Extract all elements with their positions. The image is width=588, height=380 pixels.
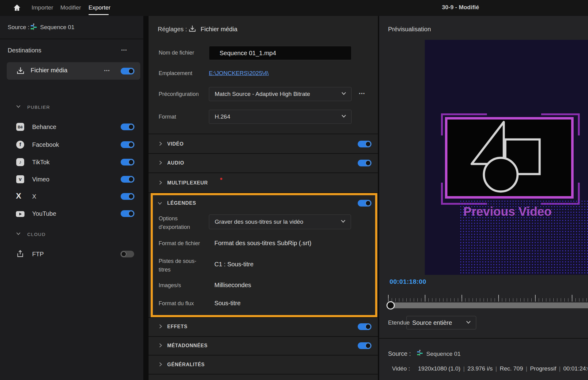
effects-toggle[interactable] — [358, 323, 371, 330]
sidebar-item-youtube[interactable]: YouTube — [32, 210, 56, 217]
preset-dropdown[interactable]: Match Source - Adaptive High Bitrate — [209, 87, 352, 101]
project-title: 30-9 - Modifié — [442, 4, 479, 11]
sidebar-item-vimeo[interactable]: Vimeo — [32, 176, 49, 183]
divider — [379, 338, 588, 339]
destination-label: Fichier média — [31, 67, 67, 74]
divider — [149, 374, 378, 374]
sidebar-item-x[interactable]: X — [32, 193, 36, 200]
divider — [149, 192, 378, 193]
video-toggle[interactable] — [358, 141, 371, 147]
sequence-icon — [417, 350, 423, 358]
divider — [149, 317, 378, 318]
publish-section-heading: PUBLIER — [27, 104, 50, 110]
tab-exporter[interactable]: Exporter — [89, 4, 111, 11]
section-effects[interactable]: EFFETS — [167, 324, 187, 329]
sidebar-item-ftp[interactable]: FTP — [32, 251, 44, 258]
cloud-section-heading: CLOUD — [27, 232, 46, 237]
chevron-right-icon — [158, 343, 163, 349]
video-info-resolution: 1920x1080 (1.0) — [418, 365, 460, 372]
preset-value: Match Source - Adaptive High Bitrate — [215, 91, 310, 97]
tiktok-toggle[interactable] — [121, 159, 134, 165]
chevron-right-icon — [158, 180, 163, 186]
chevron-right-icon — [158, 141, 163, 147]
publish-chevron-down-icon[interactable] — [16, 104, 21, 110]
section-audio[interactable]: AUDIO — [167, 160, 184, 166]
behance-icon: Bē — [16, 123, 24, 131]
location-label: Emplacement — [159, 70, 192, 77]
preview-source-label: Source : — [388, 350, 411, 357]
section-metadata[interactable]: MÉTADONNÉES — [167, 343, 208, 348]
location-link[interactable]: E:\JONCKERS\2025\4\ — [209, 70, 269, 77]
section-multiplexer[interactable]: MULTIPLEXEUR — [167, 180, 208, 186]
media-file-icon — [188, 25, 197, 34]
caption-file-format-value: Format des sous-titres SubRip (.srt) — [214, 240, 311, 247]
destination-more-button[interactable]: ••• — [104, 68, 110, 73]
video-info-framerate: 23.976 i/s — [467, 365, 492, 372]
section-captions[interactable]: LÉGENDES — [167, 200, 196, 206]
section-general[interactable]: GÉNÉRALITÉS — [167, 362, 205, 367]
format-label: Format — [159, 114, 176, 120]
settings-heading: Réglages : — [158, 26, 187, 33]
audio-toggle[interactable] — [358, 160, 371, 166]
range-value: Source entière — [412, 319, 452, 326]
caption-stream-format-value: Sous-titre — [214, 300, 241, 307]
tab-modifier[interactable]: Modifier — [60, 4, 81, 11]
divider — [149, 173, 378, 173]
export-screen: Importer Modifier Exporter 30-9 - Modifi… — [0, 0, 588, 380]
caption-export-options-dropdown[interactable]: Graver des sous-titres sur la vidéo — [209, 215, 351, 229]
vimeo-toggle[interactable] — [121, 176, 134, 183]
video-info-line: 1920x1080 (1.0)|23.976 i/s|Rec. 709|Prog… — [418, 365, 588, 372]
tab-importer[interactable]: Importer — [32, 4, 53, 11]
section-video[interactable]: VIDÉO — [167, 141, 184, 147]
destination-row-fichier-media[interactable]: Fichier média ••• — [7, 62, 140, 80]
chevron-down-icon — [466, 319, 471, 326]
cloud-chevron-down-icon[interactable] — [16, 231, 21, 237]
chevron-right-icon — [158, 362, 163, 368]
sidebar-item-behance[interactable]: Behance — [32, 124, 56, 131]
preset-more-button[interactable]: ••• — [359, 91, 365, 96]
chevron-down-icon — [157, 201, 162, 207]
top-bar: Importer Modifier Exporter 30-9 - Modifi… — [0, 0, 588, 16]
facebook-toggle[interactable] — [121, 141, 134, 148]
preview-source-value: Sequence 01 — [426, 351, 461, 357]
timeline-ruler-minor — [388, 298, 588, 302]
chevron-down-icon — [341, 218, 346, 225]
vimeo-icon: v — [16, 175, 24, 183]
sidebar-item-tiktok[interactable]: TikTok — [32, 159, 50, 166]
filename-label: Nom de fichier — [159, 50, 194, 56]
filename-input[interactable]: Sequence 01_1.mp4 — [209, 46, 352, 60]
format-dropdown[interactable]: H.264 — [209, 110, 352, 124]
filename-value: Sequence 01_1.mp4 — [220, 50, 276, 57]
x-toggle[interactable] — [121, 193, 134, 200]
divider — [149, 134, 378, 134]
fichier-media-toggle[interactable] — [121, 68, 134, 74]
divider — [143, 16, 149, 380]
caption-export-options-label: Options d'exportation — [159, 214, 199, 231]
red-dot-indicator — [220, 178, 222, 180]
ftp-toggle[interactable] — [121, 251, 134, 257]
range-dropdown[interactable]: Source entière — [406, 316, 476, 329]
caption-tracks-label: Pistes de sous-titres — [159, 257, 197, 274]
youtube-toggle[interactable] — [121, 210, 134, 217]
home-icon[interactable] — [13, 4, 21, 13]
chevron-right-icon — [158, 160, 163, 166]
caption-frame-rate-value: Millisecondes — [214, 282, 251, 289]
destinations-sidebar: Source : Sequence 01 Destinations ••• Fi… — [0, 16, 143, 380]
format-value: H.264 — [215, 113, 230, 120]
captions-toggle[interactable] — [358, 200, 371, 207]
playhead-handle[interactable] — [386, 301, 395, 310]
divider — [149, 153, 378, 154]
preview-media: Previous Video — [425, 40, 588, 275]
sequence-icon — [30, 23, 37, 32]
divider — [0, 39, 143, 39]
behance-toggle[interactable] — [121, 124, 134, 130]
divider — [149, 336, 378, 337]
destinations-more-button[interactable]: ••• — [121, 48, 127, 52]
source-label: Source : — [8, 24, 29, 31]
timeline-scrubber[interactable] — [390, 302, 588, 308]
sidebar-item-facebook[interactable]: Facebook — [32, 141, 59, 148]
metadata-toggle[interactable] — [358, 342, 371, 349]
caption-frame-rate-label: Images/s — [159, 282, 181, 289]
destinations-heading: Destinations — [8, 47, 41, 54]
video-info-duration: 00:01:24:00 — [563, 365, 588, 372]
